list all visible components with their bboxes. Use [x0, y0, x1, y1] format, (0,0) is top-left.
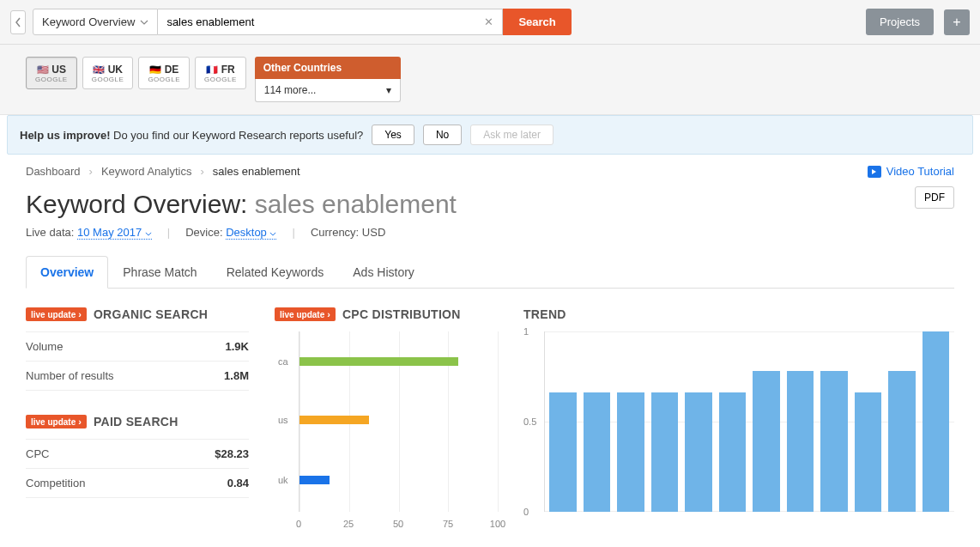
breadcrumb-current: sales enablement — [213, 165, 300, 178]
country-button-uk[interactable]: 🇬🇧 UKGOOGLE — [82, 57, 134, 89]
device-label: Device: — [185, 226, 226, 239]
flag-icon: 🇬🇧 — [93, 64, 105, 75]
axis-tick-label: us — [278, 415, 288, 425]
paid-search-header: live update PAID SEARCH — [26, 415, 249, 428]
chart-bar — [685, 392, 712, 512]
feedback-no-button[interactable]: No — [423, 125, 462, 145]
trend-chart: 00.51 — [523, 331, 954, 529]
cpc-distribution-title: CPC DISTRIBUTION — [342, 307, 461, 321]
other-countries-value: 114 more... — [264, 84, 317, 96]
chart-bar — [651, 392, 679, 512]
chart-bar — [888, 371, 916, 512]
tab-overview[interactable]: Overview — [26, 256, 108, 289]
feedback-text: Help us improve! Do you find our Keyword… — [20, 129, 363, 142]
live-update-badge: live update — [275, 307, 336, 321]
stat-label: Number of results — [26, 369, 114, 382]
cpc-distribution-chart: 0255075100causuk — [299, 331, 498, 529]
tabs: Overview Phrase Match Related Keywords A… — [26, 256, 954, 289]
axis-tick-label: 50 — [393, 519, 403, 529]
breadcrumb-item[interactable]: Dashboard — [26, 165, 81, 178]
chart-bar — [299, 416, 369, 424]
stat-row: Volume1.9K — [26, 331, 249, 362]
axis-tick-label: 0 — [523, 507, 529, 517]
chart-bar — [855, 392, 882, 512]
organic-search-title: ORGANIC SEARCH — [94, 307, 208, 321]
axis-tick-label: 0 — [296, 519, 301, 529]
axis-tick-label: ca — [278, 356, 288, 367]
play-icon — [868, 166, 881, 178]
currency-label: Currency: — [311, 226, 362, 239]
tab-ads-history[interactable]: Ads History — [338, 256, 429, 288]
top-toolbar: Keyword Overview ✕ Search Projects + — [0, 0, 980, 45]
stat-label: CPC — [26, 447, 49, 460]
chart-bar — [820, 371, 848, 512]
chevron-right-icon: › — [89, 165, 93, 178]
feedback-later-button[interactable]: Ask me later — [470, 125, 554, 145]
chart-bar — [299, 357, 458, 366]
other-countries-select[interactable]: 114 more... ▾ — [255, 79, 401, 102]
clear-search-button[interactable]: ✕ — [475, 9, 503, 35]
search-button[interactable]: Search — [503, 9, 571, 35]
chart-bar — [617, 392, 644, 512]
organic-search-header: live update ORGANIC SEARCH — [26, 307, 249, 321]
country-button-de[interactable]: 🇩🇪 DEGOOGLE — [138, 57, 190, 89]
flag-icon: 🇩🇪 — [149, 64, 161, 75]
breadcrumb-item[interactable]: Keyword Analytics — [101, 165, 192, 178]
flag-icon: 🇫🇷 — [206, 64, 218, 75]
axis-tick-label: 100 — [490, 519, 505, 529]
stat-row: CPC$28.23 — [26, 439, 249, 469]
axis-tick-label: 25 — [343, 519, 354, 529]
keyword-scope-dropdown[interactable]: Keyword Overview — [33, 9, 158, 35]
stat-value: 1.8M — [224, 369, 249, 382]
other-countries-header: Other Countries — [255, 57, 401, 79]
stat-label: Competition — [26, 477, 85, 489]
meta-row: Live data: 10 May 2017 | Device: Desktop… — [26, 226, 954, 239]
feedback-bar: Help us improve! Do you find our Keyword… — [7, 115, 973, 155]
keyword-search-input[interactable] — [158, 9, 475, 35]
country-button-fr[interactable]: 🇫🇷 FRGOOGLE — [195, 57, 246, 89]
chart-bar — [787, 371, 814, 512]
country-button-us[interactable]: 🇺🇸 USGOOGLE — [26, 57, 77, 89]
paid-search-title: PAID SEARCH — [94, 415, 178, 428]
other-countries-dropdown[interactable]: Other Countries 114 more... ▾ — [255, 57, 401, 102]
export-pdf-button[interactable]: PDF — [915, 186, 954, 209]
tab-phrase-match[interactable]: Phrase Match — [108, 256, 211, 288]
close-icon: ✕ — [484, 15, 493, 28]
chevron-down-icon — [140, 20, 148, 25]
tab-related-keywords[interactable]: Related Keywords — [212, 256, 339, 288]
axis-tick-label: 1 — [523, 326, 529, 337]
feedback-yes-button[interactable]: Yes — [372, 125, 414, 145]
video-tutorial-label: Video Tutorial — [886, 165, 954, 178]
back-button[interactable] — [10, 10, 26, 34]
stat-row: Competition0.84 — [26, 469, 249, 498]
trend-header: TREND — [523, 307, 954, 321]
chart-bar — [549, 392, 577, 512]
currency-value: USD — [362, 226, 385, 239]
video-tutorial-link[interactable]: Video Tutorial — [868, 165, 954, 178]
breadcrumb: Dashboard › Keyword Analytics › sales en… — [26, 165, 954, 178]
flag-icon: 🇺🇸 — [37, 64, 49, 75]
stat-value: 1.9K — [226, 340, 249, 353]
chevron-right-icon: › — [200, 165, 203, 178]
live-data-label: Live data: — [26, 226, 77, 239]
chart-bar — [753, 371, 780, 512]
stat-value: 0.84 — [227, 477, 249, 489]
axis-tick-label: 0.5 — [523, 416, 536, 427]
country-selector-row: 🇺🇸 USGOOGLE🇬🇧 UKGOOGLE🇩🇪 DEGOOGLE🇫🇷 FRGO… — [0, 45, 980, 115]
chevron-down-icon — [269, 232, 276, 236]
axis-tick-label: uk — [278, 475, 288, 485]
live-update-badge: live update — [26, 307, 87, 321]
chevron-down-icon — [145, 232, 152, 236]
live-date-picker[interactable]: 10 May 2017 — [77, 226, 152, 240]
trend-title: TREND — [523, 307, 566, 321]
page-title: Keyword Overview: sales enablement — [26, 190, 954, 219]
projects-button[interactable]: Projects — [866, 9, 934, 35]
cpc-distribution-header: live update CPC DISTRIBUTION — [275, 307, 498, 321]
keyword-scope-label: Keyword Overview — [42, 15, 135, 28]
chart-bar — [923, 331, 950, 512]
chevron-left-icon — [15, 17, 21, 27]
add-project-button[interactable]: + — [944, 9, 970, 35]
live-update-badge: live update — [26, 415, 87, 428]
device-picker[interactable]: Desktop — [226, 226, 276, 240]
chart-bar — [719, 392, 747, 512]
